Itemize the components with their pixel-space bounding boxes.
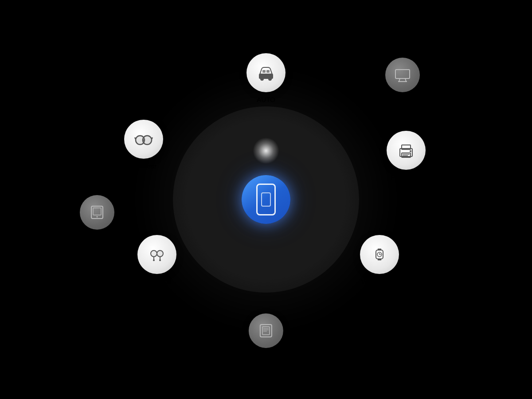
device-node-eyewear[interactable]: Eyewear (124, 120, 163, 170)
tablet-icon (88, 203, 106, 221)
device-label-watch: Watch 3 Pro (361, 278, 398, 285)
svg-rect-35 (260, 325, 272, 337)
device-label-matepad: MatePad (84, 233, 110, 241)
device-label-matepad-paper: MatePad Paper (243, 352, 289, 359)
device-node-freebuds[interactable]: FreeBuds (137, 235, 176, 285)
device-circle-matepad-paper (249, 313, 283, 348)
device-node-auto[interactable]: AUTO (246, 53, 286, 103)
svg-rect-21 (93, 208, 101, 215)
device-label-auto: AUTO (257, 96, 275, 103)
svg-line-13 (152, 137, 153, 139)
device-label-pixlab: PixLab V1 (391, 173, 421, 181)
monitor-icon (394, 66, 411, 84)
svg-rect-5 (395, 70, 410, 78)
device-circle-auto (246, 53, 286, 92)
device-label-freebuds: FreeBuds (142, 278, 171, 285)
device-node-pixlab[interactable]: PixLab V1 (387, 131, 426, 181)
device-circle-matepad (80, 195, 114, 230)
earbuds-icon (146, 244, 168, 265)
svg-rect-4 (266, 70, 270, 73)
device-circle-eyewear (124, 120, 163, 159)
svg-point-17 (410, 150, 411, 152)
svg-point-1 (260, 77, 264, 81)
printer-icon (395, 140, 417, 161)
device-label-eyewear: Eyewear (131, 162, 156, 170)
center-phone-button[interactable] (242, 175, 290, 224)
phone-icon (256, 184, 276, 215)
device-label-huawei: HUAWEI Vision (379, 96, 426, 103)
device-circle-freebuds (137, 235, 176, 274)
svg-point-2 (268, 77, 272, 81)
watch-icon (369, 244, 390, 265)
device-node-matepad[interactable]: MatePad (80, 195, 114, 241)
svg-point-23 (151, 250, 157, 257)
svg-line-7 (405, 78, 406, 82)
device-node-matepad-paper[interactable]: MatePad Paper (243, 313, 289, 359)
svg-point-28 (159, 259, 161, 261)
svg-line-12 (135, 137, 136, 139)
svg-line-6 (399, 78, 400, 82)
svg-point-27 (153, 259, 155, 261)
svg-rect-3 (262, 70, 266, 73)
device-circle-huawei (385, 58, 420, 92)
device-node-huawei[interactable]: HUAWEI Vision (379, 58, 426, 103)
svg-point-24 (157, 250, 163, 257)
svg-rect-36 (262, 327, 270, 335)
svg-point-22 (97, 216, 98, 218)
glasses-icon (133, 129, 154, 150)
device-node-watch[interactable]: Watch 3 Pro (360, 235, 399, 285)
device-circle-pixlab (387, 131, 426, 170)
device-circle-watch (360, 235, 399, 274)
car-icon (255, 62, 277, 83)
tablet-paper-icon (257, 322, 275, 340)
scene: AUTO HUAWEI Vision Eyewear (0, 0, 532, 399)
